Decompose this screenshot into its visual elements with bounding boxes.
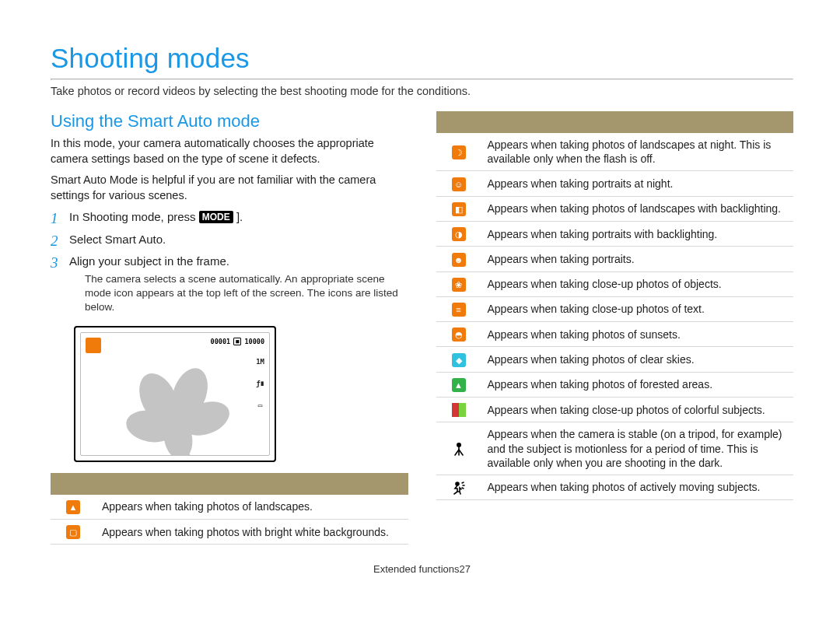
row-icon-cell: ◆ xyxy=(436,347,481,372)
backlit-portrait-icon: ◑ xyxy=(452,227,466,241)
row-icon-cell: ❀ xyxy=(436,271,481,296)
left-column: Using the Smart Auto mode In this mode, … xyxy=(51,111,408,545)
row-icon-cell: ☽ xyxy=(436,133,481,171)
night-landscape-icon: ☽ xyxy=(452,145,466,159)
table-row: ❀Appears when taking close-up photos of … xyxy=(436,271,794,296)
left-table-head-desc xyxy=(96,473,408,495)
table-row: ☻Appears when taking portraits. xyxy=(436,247,794,271)
table-row: ☽Appears when taking photos of landscape… xyxy=(436,133,794,171)
step-1-pre: In Shooting mode, press xyxy=(69,210,199,223)
steps-list: In Shooting mode, press MODE ]. Select S… xyxy=(51,209,408,314)
row-icon-cell: ☻ xyxy=(436,247,481,271)
table-row: ▲Appears when taking photos of landscape… xyxy=(51,495,408,520)
svg-point-5 xyxy=(170,407,186,422)
table-row: ▢Appears when taking photos with bright … xyxy=(51,519,408,544)
row-desc-cell: Appears when taking photos of actively m… xyxy=(481,475,794,499)
night-portrait-icon: ☺ xyxy=(452,177,466,191)
portrait-icon: ☻ xyxy=(452,253,466,267)
macro-text-icon: ≡ xyxy=(452,303,466,317)
right-table-head-icon xyxy=(436,111,481,133)
row-desc-cell: Appears when taking close-up photos of o… xyxy=(481,271,794,296)
row-icon-cell: ◓ xyxy=(436,322,481,347)
row-icon-cell: ▲ xyxy=(51,495,96,520)
title-rule xyxy=(51,79,793,80)
row-desc-cell: Appears when taking portraits at night. xyxy=(481,171,794,196)
row-icon-cell xyxy=(436,422,481,475)
row-desc-cell: Appears when taking close-up photos of c… xyxy=(481,398,794,422)
page-subtitle: Take photos or record videos by selectin… xyxy=(51,85,793,97)
screen-card-icon: ■ xyxy=(233,338,241,345)
row-icon-cell: ≡ xyxy=(436,296,481,321)
screen-size: 1M xyxy=(256,358,264,366)
row-icon-cell: ▢ xyxy=(51,519,96,544)
clear-sky-icon: ◆ xyxy=(452,353,466,367)
table-row: ◧Appears when taking photos of landscape… xyxy=(436,196,794,221)
screen-counter: 00001 xyxy=(211,338,231,345)
flower-illustration xyxy=(104,364,236,456)
row-desc-cell: Appears when taking photos of landscapes… xyxy=(481,133,794,171)
step-3: Align your subject in the frame. The cam… xyxy=(51,254,408,315)
table-row: ≡Appears when taking close-up photos of … xyxy=(436,296,794,321)
action-icon xyxy=(452,481,466,495)
row-desc-cell: Appears when taking photos of sunsets. xyxy=(481,322,794,347)
row-icon-cell xyxy=(436,475,481,499)
footer-page: 27 xyxy=(460,563,471,575)
left-table-head-icon xyxy=(51,473,96,495)
screen-count2: 10000 xyxy=(244,338,264,345)
section-heading: Using the Smart Auto mode xyxy=(51,111,408,131)
page-footer: Extended functions27 xyxy=(51,563,793,575)
step-1: In Shooting mode, press MODE ]. xyxy=(51,209,408,225)
row-desc-cell: Appears when taking portraits with backl… xyxy=(481,221,794,246)
row-icon-cell xyxy=(436,398,481,422)
table-row: ◓Appears when taking photos of sunsets. xyxy=(436,322,794,347)
scene-mode-icon xyxy=(86,338,101,353)
table-row: ☺Appears when taking portraits at night. xyxy=(436,171,794,196)
table-row: Appears when taking close-up photos of c… xyxy=(436,398,794,422)
step-2: Select Smart Auto. xyxy=(51,232,408,247)
backlit-landscape-icon: ◧ xyxy=(452,202,466,216)
table-row: Appears when taking photos of actively m… xyxy=(436,475,794,499)
screen-battery-icon: ▭ xyxy=(258,401,262,409)
mode-chip: MODE xyxy=(199,211,233,223)
sunset-icon: ◓ xyxy=(452,328,466,342)
row-desc-cell: Appears when taking close-up photos of t… xyxy=(481,296,794,321)
tripod-icon xyxy=(452,442,466,456)
right-column: ☽Appears when taking photos of landscape… xyxy=(436,111,794,545)
row-icon-cell: ◧ xyxy=(436,196,481,221)
row-desc-cell: Appears when the camera is stable (on a … xyxy=(481,422,794,475)
row-icon-cell: ◑ xyxy=(436,221,481,246)
table-row: ▲Appears when taking photos of forested … xyxy=(436,372,794,397)
table-row: ◆Appears when taking photos of clear ski… xyxy=(436,347,794,372)
step-1-post: ]. xyxy=(233,210,243,223)
section-para-2: Smart Auto Mode is helpful if you are no… xyxy=(51,173,408,203)
row-desc-cell: Appears when taking photos of landscapes… xyxy=(481,196,794,221)
row-desc-cell: Appears when taking photos with bright w… xyxy=(96,519,408,544)
step-3-text: Align your subject in the frame. xyxy=(69,254,229,268)
camera-screen: 00001 ■ 10000 1M ƒ∎ ▭ xyxy=(74,326,276,462)
right-table-head-desc xyxy=(481,111,794,133)
screen-flash-icon: ƒ∎ xyxy=(256,380,264,387)
row-desc-cell: Appears when taking portraits. xyxy=(481,247,794,271)
landscape-icon: ▲ xyxy=(66,500,80,514)
table-row: ◑Appears when taking portraits with back… xyxy=(436,221,794,246)
step-2-text: Select Smart Auto. xyxy=(69,233,166,246)
left-icon-table: ▲Appears when taking photos of landscape… xyxy=(51,473,408,545)
footer-label: Extended functions xyxy=(373,563,460,575)
page-title: Shooting modes xyxy=(51,43,793,74)
table-row: Appears when the camera is stable (on a … xyxy=(436,422,794,475)
section-para-1: In this mode, your camera automatically … xyxy=(51,136,408,166)
macro-color-icon xyxy=(452,403,466,417)
white-bg-icon: ▢ xyxy=(66,525,80,539)
row-icon-cell: ▲ xyxy=(436,372,481,397)
row-desc-cell: Appears when taking photos of clear skie… xyxy=(481,347,794,372)
macro-icon: ❀ xyxy=(452,278,466,292)
step-3-sub: The camera selects a scene automatically… xyxy=(85,272,408,315)
right-icon-table: ☽Appears when taking photos of landscape… xyxy=(436,111,794,500)
row-icon-cell: ☺ xyxy=(436,171,481,196)
forest-icon: ▲ xyxy=(452,378,466,392)
row-desc-cell: Appears when taking photos of landscapes… xyxy=(96,495,408,520)
row-desc-cell: Appears when taking photos of forested a… xyxy=(481,372,794,397)
